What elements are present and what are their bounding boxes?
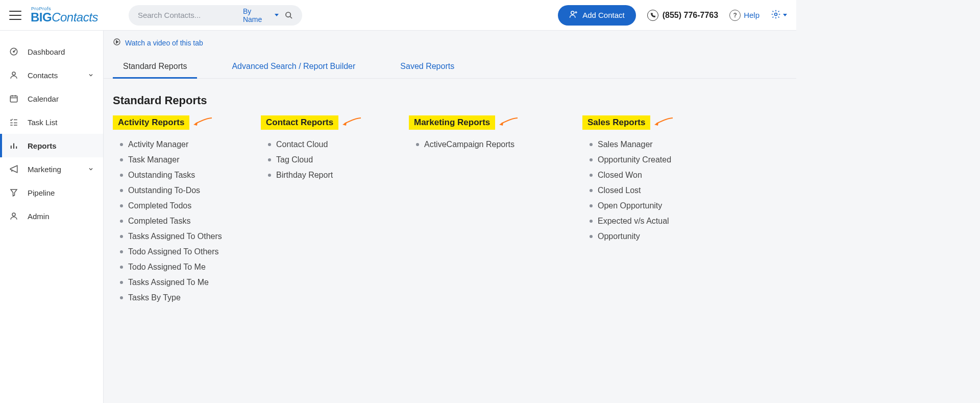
list-item[interactable]: Todo Assigned To Others [113, 244, 230, 259]
list-item[interactable]: Completed Tasks [113, 214, 230, 229]
column-contact: Contact Reports Contact CloudTag CloudBi… [261, 115, 378, 305]
marketing-icon [9, 164, 18, 174]
phone-icon [647, 10, 658, 21]
column-marketing: Marketing Reports ActiveCampaign Reports [409, 115, 552, 305]
search-icon[interactable] [285, 11, 293, 19]
gear-icon [771, 9, 781, 21]
report-grid: Activity Reports Activity ManagerTask Ma… [104, 115, 796, 321]
dashboard-icon [9, 47, 18, 56]
svg-line-1 [290, 16, 292, 18]
svg-point-8 [12, 72, 15, 75]
column-header-contact: Contact Reports [261, 115, 338, 130]
chevron-down-icon [88, 71, 94, 80]
sidebar-item-label: Dashboard [28, 48, 65, 56]
list-sales: Sales ManagerOpportunity CreatedClosed W… [582, 137, 700, 244]
list-contact: Contact CloudTag CloudBirthday Report [261, 137, 378, 183]
header-right: Add Contact (855) 776-7763 ? Help [558, 5, 787, 26]
list-item[interactable]: Tasks Assigned To Others [113, 229, 230, 244]
sidebar-item-label: Reports [28, 141, 57, 150]
add-contact-button[interactable]: Add Contact [558, 5, 636, 26]
sidebar-item-label: Contacts [28, 71, 58, 80]
settings-dropdown[interactable] [771, 9, 787, 21]
sidebar-item-label: Marketing [28, 165, 61, 174]
list-marketing: ActiveCampaign Reports [409, 137, 552, 152]
column-header-activity: Activity Reports [113, 115, 189, 130]
list-item[interactable]: Open Opportunity [582, 198, 700, 214]
sidebar-item-label: Pipeline [28, 188, 55, 197]
help-label: Help [744, 11, 760, 19]
svg-point-2 [571, 11, 574, 14]
play-icon [113, 38, 121, 48]
sidebar-item-label: Admin [28, 212, 50, 221]
list-item[interactable]: Completed Todos [113, 198, 230, 214]
svg-marker-27 [654, 122, 658, 126]
svg-marker-25 [342, 122, 347, 126]
list-item[interactable]: Outstanding To-Dos [113, 183, 230, 198]
svg-marker-23 [116, 40, 118, 43]
list-item[interactable]: Contact Cloud [261, 137, 378, 152]
add-contact-label: Add Contact [582, 11, 625, 19]
annotation-arrow-icon [498, 116, 519, 129]
list-item[interactable]: Outstanding Tasks [113, 168, 230, 183]
sidebar-item-marketing[interactable]: Marketing [0, 157, 103, 181]
list-item[interactable]: Todo Assigned To Me [113, 259, 230, 275]
pipeline-icon [9, 188, 18, 197]
header: ProProfs BIGContacts By Name Add Contact… [0, 0, 796, 31]
help-link[interactable]: ? Help [729, 10, 760, 21]
column-activity: Activity Reports Activity ManagerTask Ma… [113, 115, 230, 305]
sidebar-item-calendar[interactable]: Calendar [0, 87, 103, 110]
list-item[interactable]: ActiveCampaign Reports [409, 137, 552, 152]
list-item[interactable]: Activity Manager [113, 137, 230, 152]
annotation-arrow-icon [653, 116, 674, 129]
tab-advanced-search[interactable]: Advanced Search / Report Builder [222, 55, 365, 78]
list-item[interactable]: Task Manager [113, 152, 230, 168]
tabs: Standard Reports Advanced Search / Repor… [104, 55, 796, 79]
search-filter-label: By Name [243, 7, 272, 23]
annotation-arrow-icon [341, 116, 362, 129]
sidebar-item-tasklist[interactable]: Task List [0, 110, 103, 134]
svg-marker-26 [499, 122, 503, 126]
tab-standard-reports[interactable]: Standard Reports [113, 55, 197, 78]
logo[interactable]: ProProfs BIGContacts [31, 7, 98, 23]
list-item[interactable]: Tag Cloud [261, 152, 378, 168]
watch-video-link[interactable]: Watch a video of this tab [104, 31, 796, 55]
main-content: Watch a video of this tab Standard Repor… [104, 31, 796, 403]
search-container: By Name [129, 5, 302, 26]
hamburger-menu-icon[interactable] [9, 11, 21, 20]
column-sales: Sales Reports Sales ManagerOpportunity C… [582, 115, 700, 305]
list-item[interactable]: Closed Won [582, 168, 700, 183]
list-item[interactable]: Expected v/s Actual [582, 214, 700, 229]
sidebar-item-contacts[interactable]: Contacts [0, 63, 103, 87]
tasklist-icon [9, 117, 18, 127]
sidebar-item-pipeline[interactable]: Pipeline [0, 181, 103, 204]
list-item[interactable]: Tasks Assigned To Me [113, 275, 230, 290]
list-item[interactable]: Tasks By Type [113, 290, 230, 305]
tab-label: Advanced Search / Report Builder [232, 62, 355, 70]
search-filter-dropdown[interactable]: By Name [243, 7, 279, 23]
column-header-marketing: Marketing Reports [409, 115, 495, 130]
chevron-down-icon [88, 165, 94, 174]
svg-point-21 [12, 213, 15, 216]
tab-label: Saved Reports [400, 62, 454, 70]
phone-number: (855) 776-7763 [663, 11, 718, 20]
phone[interactable]: (855) 776-7763 [647, 10, 718, 21]
list-activity: Activity ManagerTask ManagerOutstanding … [113, 137, 230, 305]
tab-saved-reports[interactable]: Saved Reports [390, 55, 464, 78]
calendar-icon [9, 94, 18, 103]
sidebar-item-dashboard[interactable]: Dashboard [0, 40, 103, 63]
logo-main: BIGContacts [31, 11, 98, 23]
list-item[interactable]: Opportunity Created [582, 152, 700, 168]
annotation-arrow-icon [192, 116, 213, 129]
list-item[interactable]: Closed Lost [582, 183, 700, 198]
sidebar-item-reports[interactable]: Reports [0, 134, 103, 157]
add-contact-icon [569, 10, 578, 20]
tab-label: Standard Reports [123, 62, 187, 70]
search-input[interactable] [138, 11, 235, 19]
sidebar-item-admin[interactable]: Admin [0, 204, 103, 228]
list-item[interactable]: Opportunity [582, 229, 700, 244]
contacts-icon [9, 70, 18, 80]
list-item[interactable]: Sales Manager [582, 137, 700, 152]
reports-icon [9, 141, 18, 150]
list-item[interactable]: Birthday Report [261, 168, 378, 183]
column-header-sales: Sales Reports [582, 115, 650, 130]
